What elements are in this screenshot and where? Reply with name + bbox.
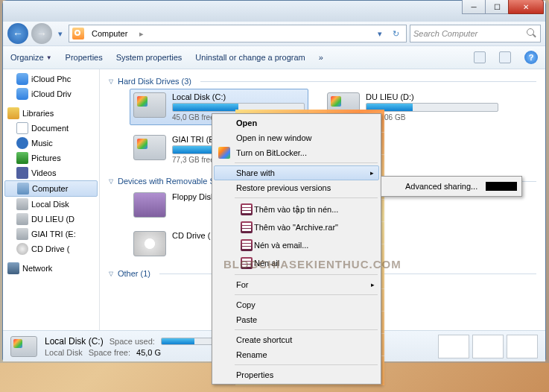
drive-label: DU LIEU (D:)	[366, 92, 498, 101]
sidebar-item-computer[interactable]: Computer	[4, 180, 98, 197]
uninstall-button[interactable]: Uninstall or change a program	[195, 53, 305, 62]
ctx-separator	[235, 162, 378, 163]
ctx-open[interactable]: Open	[214, 116, 379, 130]
ctx-separator	[235, 197, 378, 198]
sidebar-item-du-lieu[interactable]: DU LIEU (D	[3, 212, 99, 227]
libraries-icon	[7, 107, 19, 119]
nav-history-dropdown[interactable]: ▾	[55, 26, 66, 41]
sidebar-group-network[interactable]: Network	[3, 261, 99, 276]
drive-label: Local Disk (C:)	[172, 92, 305, 101]
ctx-separator	[235, 274, 378, 275]
disk-icon	[16, 198, 28, 210]
minimize-button[interactable]: ─	[462, 0, 486, 14]
thumbnail	[438, 335, 469, 358]
help-icon[interactable]: ?	[524, 51, 538, 64]
ctx-copy[interactable]: Copy	[214, 297, 379, 312]
sidebar-item-cd-drive[interactable]: CD Drive (	[3, 241, 99, 256]
hdd-icon	[133, 135, 166, 160]
ctx-rename[interactable]: Rename	[214, 347, 379, 362]
context-menu: Open Open in new window Turn on BitLocke…	[212, 113, 381, 385]
sidebar-item-pictures[interactable]: Pictures	[3, 151, 99, 165]
address-bar[interactable]: Computer ▸ ▾ ↻	[69, 25, 407, 42]
nav-sidebar: iCloud Phc iCloud Driv Libraries Documen…	[3, 69, 100, 330]
ctx-share-with[interactable]: Share with▸	[214, 165, 379, 180]
search-placeholder: Search Computer	[413, 29, 477, 38]
ctx-restore[interactable]: Restore previous versions	[214, 180, 379, 195]
ctx-add-rar[interactable]: Thêm vào "Archive.rar"	[214, 218, 379, 236]
status-free-label: Space free:	[89, 348, 130, 357]
sidebar-item-documents[interactable]: Document	[3, 121, 99, 136]
search-icon	[527, 28, 537, 39]
ctx-open-new-window[interactable]: Open in new window	[214, 130, 379, 145]
document-icon	[16, 122, 28, 134]
status-thumbnails	[438, 335, 538, 358]
music-icon	[16, 137, 28, 149]
system-properties-button[interactable]: System properties	[116, 53, 183, 62]
thumbnail	[472, 335, 504, 358]
sidebar-item-icloud-photos[interactable]: iCloud Phc	[3, 72, 99, 86]
status-free-value: 45,0 G	[136, 348, 161, 357]
window-controls: ─ ☐ ✕	[463, 0, 544, 14]
shield-icon	[218, 147, 230, 159]
disk-icon	[16, 228, 28, 240]
chevron-right-icon: ▸	[370, 169, 374, 177]
ctx-separator	[235, 294, 378, 295]
cd-icon	[133, 231, 166, 256]
sidebar-item-giai-tri[interactable]: GIAI TRI (E:	[3, 227, 99, 241]
thumbnail	[507, 335, 538, 358]
ctx-add-archive[interactable]: Thêm vào tập tin nén...	[214, 200, 379, 218]
cloud-icon	[16, 88, 28, 100]
refresh-button[interactable]: ↻	[388, 26, 403, 41]
pictures-icon	[16, 152, 28, 164]
search-input[interactable]: Search Computer	[410, 25, 541, 42]
watermark-text: BLOGCHIASEKIENTHUC.COM	[223, 258, 402, 271]
close-button[interactable]: ✕	[508, 0, 544, 14]
ctx-for[interactable]: For▸	[214, 277, 379, 292]
cd-icon	[16, 243, 28, 255]
ctx-compress-email[interactable]: Nén và email...	[214, 236, 379, 254]
status-used-label: Space used:	[110, 337, 155, 346]
address-dropdown[interactable]: ▾	[375, 26, 385, 41]
status-title: Local Disk (C:)	[45, 336, 104, 347]
computer-icon	[17, 183, 29, 195]
ctx-create-shortcut[interactable]: Create shortcut	[214, 332, 379, 347]
archive-icon	[241, 221, 253, 233]
back-button[interactable]: ←	[7, 23, 28, 44]
ctx-separator	[235, 329, 378, 330]
ctx-paste[interactable]: Paste	[214, 312, 379, 327]
maximize-button[interactable]: ☐	[485, 0, 509, 14]
redacted-region	[486, 182, 517, 191]
videos-icon	[16, 167, 28, 179]
nav-bar: ← → ▾ Computer ▸ ▾ ↻ Search Computer	[3, 22, 545, 45]
network-icon	[7, 262, 19, 274]
archive-icon	[241, 203, 253, 215]
forward-button[interactable]: →	[31, 23, 52, 44]
sidebar-item-local-disk[interactable]: Local Disk	[3, 197, 99, 212]
sidebar-item-music[interactable]: Music	[3, 136, 99, 151]
cloud-icon	[16, 73, 28, 85]
breadcrumb-separator[interactable]: ▸	[135, 28, 148, 40]
preview-pane-icon[interactable]	[499, 51, 511, 63]
status-kind: Local Disk	[45, 348, 83, 357]
sidebar-group-libraries[interactable]: Libraries	[3, 106, 99, 121]
status-drive-icon	[10, 336, 37, 357]
hdd-icon	[133, 92, 166, 118]
group-hdd[interactable]: Hard Disk Drives (3)	[109, 77, 536, 86]
chevron-right-icon: ▸	[371, 281, 375, 288]
disk-icon	[16, 213, 28, 225]
toolbar-more[interactable]: »	[319, 53, 323, 62]
ctx-bitlocker[interactable]: Turn on BitLocker...	[214, 145, 379, 160]
properties-button[interactable]: Properties	[66, 53, 103, 62]
ctx-separator	[235, 364, 378, 365]
share-submenu: Advanced sharing...	[381, 176, 522, 197]
organize-menu[interactable]: Organize▼	[10, 53, 52, 62]
computer-icon	[72, 28, 84, 39]
submenu-advanced-sharing[interactable]: Advanced sharing...	[383, 178, 520, 195]
sidebar-item-icloud-drive[interactable]: iCloud Driv	[3, 86, 99, 101]
sidebar-item-videos[interactable]: Videos	[3, 165, 99, 180]
view-icon[interactable]	[474, 51, 486, 63]
archive-icon	[241, 239, 253, 251]
floppy-icon	[133, 192, 166, 218]
ctx-properties[interactable]: Properties	[214, 367, 379, 382]
breadcrumb-computer[interactable]: Computer	[87, 28, 132, 39]
